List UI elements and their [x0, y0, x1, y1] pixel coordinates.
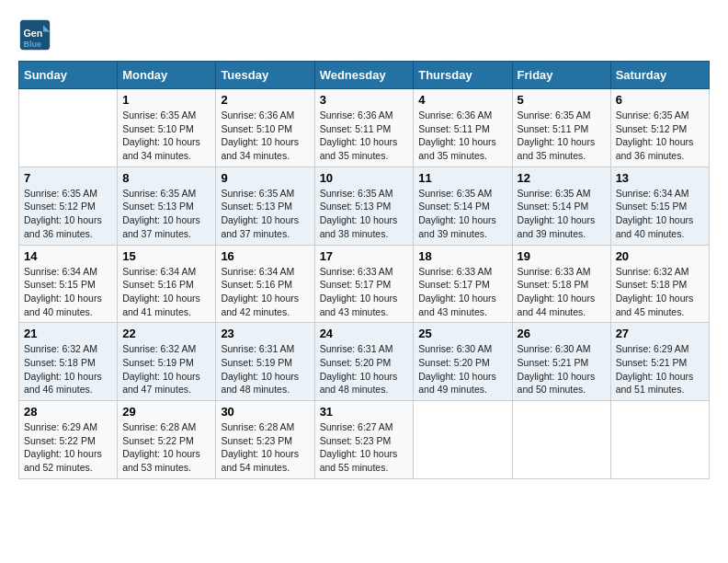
- cell-content: Sunrise: 6:35 AM Sunset: 5:13 PM Dayligh…: [122, 187, 210, 241]
- cell-content: Sunrise: 6:28 AM Sunset: 5:22 PM Dayligh…: [122, 420, 210, 475]
- cell-content: Sunrise: 6:33 AM Sunset: 5:18 PM Dayligh…: [518, 265, 606, 319]
- day-number: 21: [24, 327, 112, 340]
- cell-content: Sunrise: 6:35 AM Sunset: 5:12 PM Dayligh…: [616, 109, 704, 163]
- day-number: 1: [122, 93, 210, 107]
- calendar-cell: 30Sunrise: 6:28 AM Sunset: 5:23 PM Dayli…: [216, 401, 314, 479]
- day-number: 12: [518, 171, 606, 185]
- calendar-cell: 13Sunrise: 6:34 AM Sunset: 5:15 PM Dayli…: [610, 167, 709, 245]
- column-header-wednesday: Wednesday: [314, 62, 414, 89]
- column-header-saturday: Saturday: [610, 62, 709, 89]
- day-number: 18: [418, 249, 506, 263]
- calendar-cell: 1Sunrise: 6:35 AM Sunset: 5:10 PM Daylig…: [118, 89, 216, 167]
- day-number: 19: [518, 249, 606, 263]
- cell-content: Sunrise: 6:36 AM Sunset: 5:11 PM Dayligh…: [320, 109, 409, 163]
- calendar-cell: 31Sunrise: 6:27 AM Sunset: 5:23 PM Dayli…: [314, 401, 414, 479]
- cell-content: Sunrise: 6:35 AM Sunset: 5:13 PM Dayligh…: [221, 187, 309, 241]
- day-number: 14: [24, 249, 112, 263]
- calendar-cell: 16Sunrise: 6:34 AM Sunset: 5:16 PM Dayli…: [216, 245, 314, 323]
- day-number: 30: [221, 405, 309, 419]
- calendar-cell: 26Sunrise: 6:30 AM Sunset: 5:21 PM Dayli…: [512, 323, 610, 401]
- calendar-cell: 19Sunrise: 6:33 AM Sunset: 5:18 PM Dayli…: [512, 245, 610, 323]
- day-number: 20: [616, 249, 704, 263]
- svg-text:Gen: Gen: [23, 28, 42, 39]
- calendar-cell: [414, 401, 512, 479]
- week-row-4: 21Sunrise: 6:32 AM Sunset: 5:18 PM Dayli…: [19, 323, 710, 401]
- calendar-cell: 24Sunrise: 6:31 AM Sunset: 5:20 PM Dayli…: [314, 323, 414, 401]
- calendar-cell: 28Sunrise: 6:29 AM Sunset: 5:22 PM Dayli…: [19, 401, 118, 479]
- day-number: 10: [320, 171, 409, 185]
- cell-content: Sunrise: 6:35 AM Sunset: 5:12 PM Dayligh…: [24, 187, 112, 241]
- cell-content: Sunrise: 6:33 AM Sunset: 5:17 PM Dayligh…: [320, 265, 409, 319]
- column-header-tuesday: Tuesday: [216, 62, 314, 89]
- day-number: 31: [320, 405, 409, 419]
- cell-content: Sunrise: 6:34 AM Sunset: 5:16 PM Dayligh…: [122, 265, 210, 319]
- cell-content: Sunrise: 6:27 AM Sunset: 5:23 PM Dayligh…: [320, 420, 409, 475]
- calendar-cell: 8Sunrise: 6:35 AM Sunset: 5:13 PM Daylig…: [118, 167, 216, 245]
- calendar-cell: 15Sunrise: 6:34 AM Sunset: 5:16 PM Dayli…: [118, 245, 216, 323]
- cell-content: Sunrise: 6:35 AM Sunset: 5:14 PM Dayligh…: [518, 187, 606, 241]
- cell-content: Sunrise: 6:28 AM Sunset: 5:23 PM Dayligh…: [221, 420, 309, 475]
- day-number: 17: [320, 249, 409, 263]
- day-number: 29: [122, 405, 210, 419]
- day-number: 2: [221, 93, 309, 107]
- calendar-cell: 3Sunrise: 6:36 AM Sunset: 5:11 PM Daylig…: [314, 89, 414, 167]
- calendar-cell: 25Sunrise: 6:30 AM Sunset: 5:20 PM Dayli…: [414, 323, 512, 401]
- day-number: 11: [418, 171, 506, 185]
- calendar-cell: 17Sunrise: 6:33 AM Sunset: 5:17 PM Dayli…: [314, 245, 414, 323]
- calendar-cell: 14Sunrise: 6:34 AM Sunset: 5:15 PM Dayli…: [19, 245, 118, 323]
- cell-content: Sunrise: 6:35 AM Sunset: 5:14 PM Dayligh…: [418, 187, 506, 241]
- column-header-sunday: Sunday: [19, 62, 118, 89]
- day-number: 23: [221, 327, 309, 340]
- cell-content: Sunrise: 6:32 AM Sunset: 5:18 PM Dayligh…: [616, 265, 704, 319]
- calendar-header-row: SundayMondayTuesdayWednesdayThursdayFrid…: [19, 62, 710, 89]
- calendar-cell: 7Sunrise: 6:35 AM Sunset: 5:12 PM Daylig…: [19, 167, 118, 245]
- calendar-cell: 11Sunrise: 6:35 AM Sunset: 5:14 PM Dayli…: [414, 167, 512, 245]
- column-header-monday: Monday: [118, 62, 216, 89]
- cell-content: Sunrise: 6:30 AM Sunset: 5:20 PM Dayligh…: [418, 342, 506, 396]
- logo: Gen Blue: [18, 18, 57, 52]
- calendar-cell: [610, 401, 709, 479]
- logo-icon: Gen Blue: [18, 18, 51, 52]
- calendar-cell: [512, 401, 610, 479]
- day-number: 4: [418, 93, 506, 107]
- calendar-cell: 2Sunrise: 6:36 AM Sunset: 5:10 PM Daylig…: [216, 89, 314, 167]
- cell-content: Sunrise: 6:29 AM Sunset: 5:22 PM Dayligh…: [24, 420, 112, 475]
- calendar-cell: 6Sunrise: 6:35 AM Sunset: 5:12 PM Daylig…: [610, 89, 709, 167]
- day-number: 13: [616, 171, 704, 185]
- day-number: 9: [221, 171, 309, 185]
- calendar-cell: [19, 89, 118, 167]
- page-header: Gen Blue: [18, 18, 710, 52]
- calendar-cell: 29Sunrise: 6:28 AM Sunset: 5:22 PM Dayli…: [118, 401, 216, 479]
- cell-content: Sunrise: 6:34 AM Sunset: 5:15 PM Dayligh…: [616, 187, 704, 241]
- cell-content: Sunrise: 6:36 AM Sunset: 5:11 PM Dayligh…: [418, 109, 506, 163]
- day-number: 8: [122, 171, 210, 185]
- day-number: 15: [122, 249, 210, 263]
- week-row-3: 14Sunrise: 6:34 AM Sunset: 5:15 PM Dayli…: [19, 245, 710, 323]
- column-header-thursday: Thursday: [414, 62, 512, 89]
- cell-content: Sunrise: 6:34 AM Sunset: 5:15 PM Dayligh…: [24, 265, 112, 319]
- calendar-cell: 12Sunrise: 6:35 AM Sunset: 5:14 PM Dayli…: [512, 167, 610, 245]
- calendar-cell: 10Sunrise: 6:35 AM Sunset: 5:13 PM Dayli…: [314, 167, 414, 245]
- cell-content: Sunrise: 6:35 AM Sunset: 5:13 PM Dayligh…: [320, 187, 409, 241]
- calendar-cell: 9Sunrise: 6:35 AM Sunset: 5:13 PM Daylig…: [216, 167, 314, 245]
- calendar-cell: 21Sunrise: 6:32 AM Sunset: 5:18 PM Dayli…: [19, 323, 118, 401]
- week-row-1: 1Sunrise: 6:35 AM Sunset: 5:10 PM Daylig…: [19, 89, 710, 167]
- cell-content: Sunrise: 6:36 AM Sunset: 5:10 PM Dayligh…: [221, 109, 309, 163]
- calendar-cell: 23Sunrise: 6:31 AM Sunset: 5:19 PM Dayli…: [216, 323, 314, 401]
- cell-content: Sunrise: 6:33 AM Sunset: 5:17 PM Dayligh…: [418, 265, 506, 319]
- calendar-table: SundayMondayTuesdayWednesdayThursdayFrid…: [18, 61, 710, 479]
- week-row-2: 7Sunrise: 6:35 AM Sunset: 5:12 PM Daylig…: [19, 167, 710, 245]
- cell-content: Sunrise: 6:35 AM Sunset: 5:11 PM Dayligh…: [518, 109, 606, 163]
- day-number: 5: [518, 93, 606, 107]
- calendar-cell: 4Sunrise: 6:36 AM Sunset: 5:11 PM Daylig…: [414, 89, 512, 167]
- calendar-cell: 18Sunrise: 6:33 AM Sunset: 5:17 PM Dayli…: [414, 245, 512, 323]
- cell-content: Sunrise: 6:34 AM Sunset: 5:16 PM Dayligh…: [221, 265, 309, 319]
- cell-content: Sunrise: 6:32 AM Sunset: 5:19 PM Dayligh…: [122, 342, 210, 396]
- day-number: 16: [221, 249, 309, 263]
- day-number: 22: [122, 327, 210, 340]
- day-number: 24: [320, 327, 409, 340]
- day-number: 7: [24, 171, 112, 185]
- calendar-cell: 22Sunrise: 6:32 AM Sunset: 5:19 PM Dayli…: [118, 323, 216, 401]
- week-row-5: 28Sunrise: 6:29 AM Sunset: 5:22 PM Dayli…: [19, 401, 710, 479]
- day-number: 27: [616, 327, 704, 340]
